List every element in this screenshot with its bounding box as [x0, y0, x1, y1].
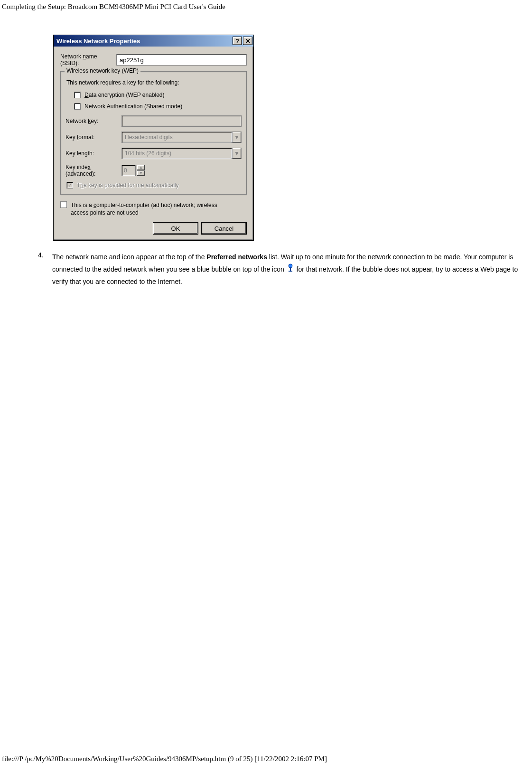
spinner-up-icon[interactable]: ▲: [137, 165, 145, 170]
svg-rect-2: [289, 271, 292, 272]
close-button[interactable]: ✕: [243, 37, 252, 45]
step-text: The network name and icon appear at the …: [52, 251, 526, 288]
wep-legend: Wireless network key (WEP): [65, 67, 140, 74]
ssid-input[interactable]: [116, 54, 247, 66]
wireless-properties-dialog: Wireless Network Properties ? ✕ Network …: [53, 35, 254, 241]
titlebar[interactable]: Wireless Network Properties ? ✕: [54, 35, 253, 47]
network-key-label: Network key:: [65, 118, 121, 124]
wep-fieldset: Wireless network key (WEP) This network …: [60, 71, 247, 195]
step-4: 4. The network name and icon appear at t…: [38, 251, 526, 288]
network-auth-checkbox[interactable]: [74, 103, 81, 110]
data-encryption-label: Data encryption (WEP enabled): [84, 92, 165, 98]
content-area: Wireless Network Properties ? ✕ Network …: [0, 35, 532, 288]
network-auth-label: Network Authentication (Shared mode): [84, 103, 182, 110]
step-number: 4.: [38, 251, 52, 288]
page-header: Completing the Setup: Broadcom BCM94306M…: [0, 0, 532, 35]
key-length-select[interactable]: 104 bits (26 digits): [121, 148, 232, 159]
auto-key-checkbox: ✓: [66, 182, 73, 189]
svg-point-0: [289, 264, 292, 268]
chevron-down-icon[interactable]: ▼: [232, 132, 242, 143]
ssid-label: Network name (SSID):: [60, 53, 116, 66]
dialog-title: Wireless Network Properties: [56, 38, 232, 45]
adhoc-checkbox[interactable]: [60, 201, 67, 208]
key-index-input[interactable]: [121, 165, 136, 176]
svg-rect-1: [290, 267, 291, 271]
key-index-label: Key index (advanced):: [65, 164, 121, 177]
data-encryption-checkbox[interactable]: [74, 92, 81, 98]
network-key-input[interactable]: [121, 115, 242, 127]
ok-button[interactable]: OK: [153, 222, 198, 235]
auto-key-label: The key is provided for me automatically: [77, 182, 179, 189]
spinner-down-icon[interactable]: ▼: [137, 170, 145, 176]
key-format-select[interactable]: Hexadecimal digits: [121, 132, 232, 143]
cancel-button[interactable]: Cancel: [201, 222, 247, 235]
key-index-spinner[interactable]: ▲ ▼: [121, 165, 145, 176]
key-length-label: Key length:: [65, 150, 121, 157]
network-bubble-icon: [287, 264, 294, 276]
chevron-down-icon[interactable]: ▼: [232, 148, 242, 159]
help-button[interactable]: ?: [233, 37, 242, 45]
key-format-label: Key format:: [65, 134, 121, 141]
wep-desc: This network requires a key for the foll…: [66, 79, 242, 86]
adhoc-label: This is a computer-to-computer (ad hoc) …: [71, 201, 232, 217]
